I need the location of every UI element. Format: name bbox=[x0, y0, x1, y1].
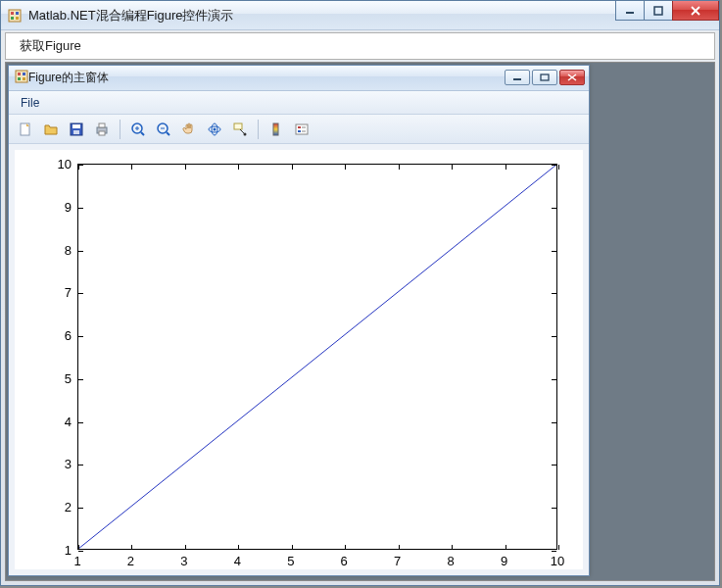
svg-rect-1 bbox=[11, 12, 14, 15]
child-window-controls bbox=[505, 70, 585, 85]
svg-point-34 bbox=[214, 127, 217, 130]
main-title: Matlab.NET混合编程Figure控件演示 bbox=[28, 7, 233, 24]
svg-rect-12 bbox=[18, 77, 21, 80]
svg-rect-13 bbox=[23, 77, 25, 80]
plot-area[interactable]: 1234567891012345678910 bbox=[15, 150, 583, 569]
child-title: Figure的主窗体 bbox=[28, 70, 109, 86]
ytick-label: 6 bbox=[48, 328, 72, 343]
xtick-label: 5 bbox=[287, 554, 294, 568]
toolbar-separator bbox=[120, 120, 120, 139]
minimize-button[interactable] bbox=[615, 1, 645, 21]
mdi-client-area: Figure的主窗体 File bbox=[5, 62, 715, 581]
figure-toolbar bbox=[9, 115, 589, 144]
menu-get-figure[interactable]: 获取Figure bbox=[14, 33, 87, 59]
xtick-label: 10 bbox=[551, 554, 564, 568]
ytick-label: 3 bbox=[48, 457, 72, 471]
close-button[interactable] bbox=[672, 1, 719, 21]
svg-rect-3 bbox=[11, 17, 14, 20]
open-folder-icon[interactable] bbox=[40, 119, 62, 140]
xtick-label: 9 bbox=[501, 554, 507, 568]
svg-rect-21 bbox=[73, 130, 79, 134]
main-titlebar[interactable]: Matlab.NET混合编程Figure控件演示 bbox=[1, 1, 719, 30]
svg-rect-15 bbox=[541, 74, 549, 80]
xtick-label: 1 bbox=[73, 554, 80, 568]
xtick-label: 2 bbox=[127, 554, 134, 568]
ytick-label: 7 bbox=[48, 285, 72, 300]
pan-hand-icon[interactable] bbox=[178, 119, 200, 140]
svg-rect-23 bbox=[99, 123, 105, 127]
child-titlebar[interactable]: Figure的主窗体 bbox=[9, 66, 589, 91]
svg-rect-35 bbox=[234, 123, 242, 129]
ytick-label: 8 bbox=[48, 242, 72, 257]
data-cursor-icon[interactable] bbox=[229, 119, 251, 140]
svg-rect-38 bbox=[273, 123, 278, 135]
child-maximize-button[interactable] bbox=[532, 70, 557, 85]
save-icon[interactable] bbox=[66, 119, 87, 140]
svg-rect-0 bbox=[9, 10, 21, 22]
zoom-in-icon[interactable] bbox=[127, 119, 149, 140]
rotate-3d-icon[interactable] bbox=[204, 119, 225, 140]
figure-child-window: Figure的主窗体 File bbox=[8, 65, 590, 576]
svg-line-44 bbox=[78, 165, 556, 549]
main-window-controls bbox=[616, 1, 719, 21]
svg-line-26 bbox=[141, 132, 144, 135]
svg-rect-24 bbox=[99, 131, 105, 135]
xtick-label: 3 bbox=[180, 554, 187, 568]
ytick-label: 10 bbox=[48, 157, 72, 172]
svg-rect-6 bbox=[654, 7, 662, 15]
svg-rect-20 bbox=[72, 124, 80, 128]
child-minimize-button[interactable] bbox=[505, 70, 530, 85]
ytick-label: 2 bbox=[48, 500, 72, 514]
child-menubar: File bbox=[9, 91, 589, 115]
svg-rect-9 bbox=[16, 71, 27, 82]
app-icon bbox=[7, 8, 23, 24]
ytick-label: 9 bbox=[48, 199, 72, 214]
main-window: Matlab.NET混合编程Figure控件演示 获取Figure bbox=[0, 0, 720, 586]
insert-colorbar-icon[interactable] bbox=[265, 119, 287, 140]
new-file-icon[interactable] bbox=[15, 119, 36, 140]
axes bbox=[77, 164, 557, 550]
child-app-icon bbox=[15, 70, 28, 86]
xtick-label: 7 bbox=[394, 554, 401, 568]
ytick-label: 5 bbox=[48, 370, 72, 385]
main-menubar: 获取Figure bbox=[5, 32, 715, 60]
svg-point-37 bbox=[244, 132, 247, 135]
svg-rect-39 bbox=[296, 124, 308, 134]
svg-line-30 bbox=[167, 132, 169, 135]
xtick-label: 8 bbox=[447, 554, 454, 568]
ytick-label: 1 bbox=[48, 543, 72, 558]
insert-legend-icon[interactable] bbox=[291, 119, 313, 140]
svg-rect-11 bbox=[23, 73, 25, 75]
print-icon[interactable] bbox=[91, 119, 113, 140]
line-series bbox=[78, 165, 556, 549]
zoom-out-icon[interactable] bbox=[153, 119, 174, 140]
maximize-button[interactable] bbox=[644, 1, 673, 21]
toolbar-separator bbox=[258, 120, 259, 139]
menu-file[interactable]: File bbox=[17, 94, 43, 112]
ytick-label: 4 bbox=[48, 414, 72, 428]
xtick-label: 6 bbox=[341, 554, 348, 568]
svg-rect-4 bbox=[16, 17, 19, 20]
svg-rect-10 bbox=[18, 73, 21, 75]
xtick-label: 4 bbox=[234, 554, 241, 568]
svg-rect-2 bbox=[16, 12, 19, 15]
child-close-button[interactable] bbox=[559, 70, 585, 85]
